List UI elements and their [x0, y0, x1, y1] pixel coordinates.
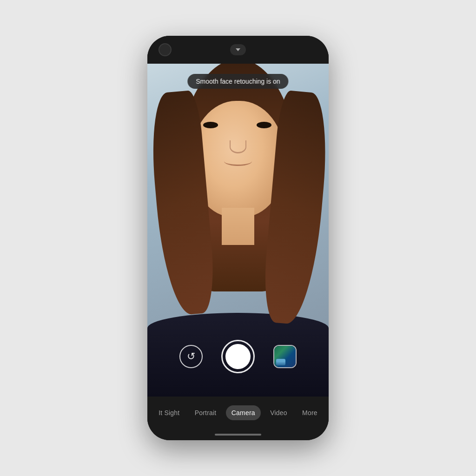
- dropdown-pill[interactable]: [230, 44, 246, 55]
- nav-item-more[interactable]: More: [297, 405, 323, 420]
- nose: [230, 140, 246, 153]
- camera-controls: ↺: [147, 340, 329, 373]
- home-bar: [215, 434, 261, 436]
- rotate-camera-button[interactable]: ↺: [179, 345, 203, 368]
- retouching-toast: Smooth face retouching is on: [187, 74, 288, 89]
- bottom-nav: It Sight Portrait Camera Video More: [147, 397, 329, 429]
- camera-viewfinder[interactable]: Smooth face retouching is on ↺: [147, 64, 329, 397]
- nav-item-night-sight[interactable]: It Sight: [153, 405, 185, 420]
- status-bar: [147, 36, 329, 64]
- neck: [222, 208, 254, 245]
- chevron-down-icon: [236, 48, 240, 51]
- mouth: [224, 157, 252, 166]
- home-indicator: [147, 429, 329, 440]
- shutter-button[interactable]: [221, 340, 255, 373]
- gallery-thumbnail: [274, 346, 296, 367]
- shutter-inner: [225, 344, 251, 369]
- nav-item-video[interactable]: Video: [264, 405, 293, 420]
- nav-label-portrait: Portrait: [195, 409, 217, 416]
- toast-text: Smooth face retouching is on: [196, 78, 280, 85]
- phone-device: Smooth face retouching is on ↺ It Sight …: [147, 36, 329, 440]
- nav-item-camera[interactable]: Camera: [226, 405, 261, 420]
- front-camera-dot: [159, 43, 172, 56]
- gallery-button[interactable]: [273, 345, 297, 368]
- nav-label-video: Video: [270, 409, 287, 416]
- nav-label-camera: Camera: [231, 409, 255, 416]
- nav-item-portrait[interactable]: Portrait: [189, 405, 222, 420]
- rotate-icon: ↺: [187, 351, 195, 362]
- nav-label-night-sight: It Sight: [159, 409, 179, 416]
- eye-left: [203, 122, 218, 128]
- nav-label-more: More: [302, 409, 317, 416]
- eye-right: [257, 122, 271, 128]
